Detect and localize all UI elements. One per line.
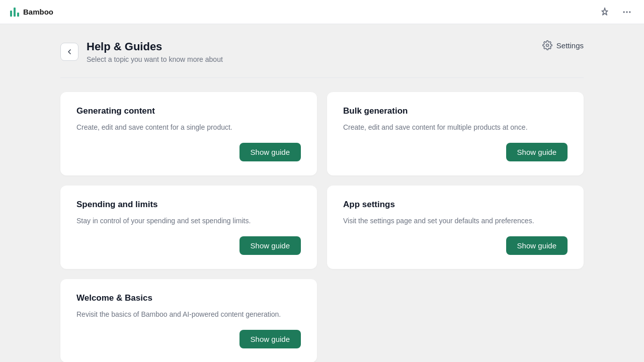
show-guide-button-spending-limits[interactable]: Show guide bbox=[239, 236, 301, 255]
card-title-welcome-basics: Welcome & Basics bbox=[76, 293, 301, 303]
show-guide-button-app-settings[interactable]: Show guide bbox=[506, 236, 568, 255]
settings-button[interactable]: Settings bbox=[542, 40, 584, 50]
logo-bar-1 bbox=[10, 11, 12, 17]
more-button[interactable] bbox=[620, 5, 634, 19]
svg-point-0 bbox=[623, 11, 625, 13]
card-description-spending-limits: Stay in control of your spending and set… bbox=[76, 216, 301, 226]
guide-card-bulk-generation: Bulk generation Create, edit and save co… bbox=[327, 92, 584, 175]
card-title-app-settings: App settings bbox=[343, 200, 568, 210]
app-name: Bamboo bbox=[23, 8, 53, 16]
card-footer-app-settings: Show guide bbox=[343, 236, 568, 255]
pin-button[interactable] bbox=[598, 5, 612, 19]
page-header: Help & Guides Select a topic you want to… bbox=[60, 40, 584, 63]
settings-icon bbox=[542, 40, 552, 50]
divider bbox=[60, 77, 584, 78]
page-title: Help & Guides bbox=[87, 40, 223, 53]
show-guide-button-bulk-generation[interactable]: Show guide bbox=[506, 143, 568, 161]
card-footer-bulk-generation: Show guide bbox=[343, 143, 568, 161]
logo-icon bbox=[10, 8, 19, 17]
main-content: Help & Guides Select a topic you want to… bbox=[0, 24, 644, 362]
navbar-left: Bamboo bbox=[10, 8, 53, 17]
guide-card-welcome-basics: Welcome & Basics Revisit the basics of B… bbox=[60, 279, 317, 362]
settings-label: Settings bbox=[556, 41, 584, 50]
card-title-generating-content: Generating content bbox=[76, 106, 301, 116]
back-button[interactable] bbox=[60, 43, 78, 61]
svg-point-3 bbox=[546, 44, 548, 47]
cards-grid: Generating content Create, edit and save… bbox=[60, 92, 584, 362]
navbar: Bamboo bbox=[0, 0, 644, 24]
card-footer-welcome-basics: Show guide bbox=[76, 330, 301, 348]
guide-card-spending-limits: Spending and limits Stay in control of y… bbox=[60, 186, 317, 269]
card-footer-spending-limits: Show guide bbox=[76, 236, 301, 255]
page-subtitle: Select a topic you want to know more abo… bbox=[87, 55, 223, 63]
logo-bar-3 bbox=[17, 13, 19, 17]
more-icon bbox=[622, 7, 632, 17]
pin-icon bbox=[600, 7, 610, 17]
card-title-spending-limits: Spending and limits bbox=[76, 200, 301, 210]
show-guide-button-welcome-basics[interactable]: Show guide bbox=[239, 330, 301, 348]
card-description-generating-content: Create, edit and save content for a sing… bbox=[76, 122, 301, 133]
page-header-left: Help & Guides Select a topic you want to… bbox=[60, 40, 223, 63]
show-guide-button-generating-content[interactable]: Show guide bbox=[239, 143, 301, 161]
card-title-bulk-generation: Bulk generation bbox=[343, 106, 568, 116]
logo-bar-2 bbox=[14, 8, 16, 17]
svg-point-2 bbox=[629, 11, 630, 13]
card-description-app-settings: Visit the settings page and set your def… bbox=[343, 216, 568, 226]
card-description-welcome-basics: Revisit the basics of Bamboo and AI-powe… bbox=[76, 309, 301, 320]
guide-card-app-settings: App settings Visit the settings page and… bbox=[327, 186, 584, 269]
navbar-right bbox=[598, 5, 634, 19]
card-footer-generating-content: Show guide bbox=[76, 143, 301, 161]
guide-card-generating-content: Generating content Create, edit and save… bbox=[60, 92, 317, 175]
page-title-group: Help & Guides Select a topic you want to… bbox=[87, 40, 223, 63]
svg-point-1 bbox=[626, 11, 627, 13]
card-description-bulk-generation: Create, edit and save content for multip… bbox=[343, 122, 568, 133]
app-logo: Bamboo bbox=[10, 8, 53, 17]
back-icon bbox=[65, 48, 73, 56]
